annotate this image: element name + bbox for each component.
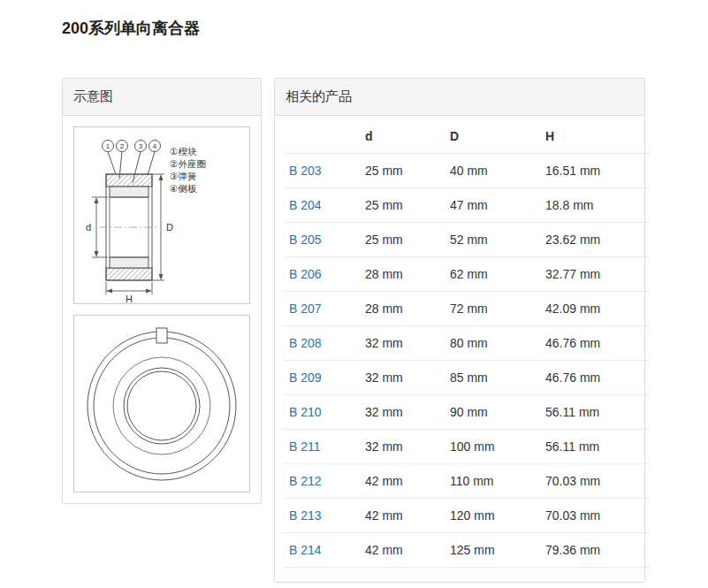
cell-d: 32 mm bbox=[360, 361, 445, 395]
cell-D: 85 mm bbox=[445, 361, 540, 395]
table-row: B 205 25 mm 52 mm 23.62 mm 0.45 KG bbox=[284, 223, 650, 257]
cell-H: 23.62 mm bbox=[540, 223, 650, 257]
cell-H: 46.76 mm bbox=[540, 326, 650, 361]
products-table: d D H m B 203 25 mm 40 mm 16.51 mm 0.23 … bbox=[284, 119, 650, 568]
dim-d-label: d bbox=[86, 222, 91, 233]
products-table-body: B 203 25 mm 40 mm 16.51 mm 0.23 KG B 204… bbox=[284, 154, 650, 568]
dim-D-label: D bbox=[166, 222, 173, 233]
table-row: B 206 28 mm 62 mm 32.77 mm 0.68 KG bbox=[284, 257, 650, 292]
svg-text:③弹簧: ③弹簧 bbox=[170, 171, 196, 181]
product-link[interactable]: B 205 bbox=[289, 233, 322, 247]
table-row: B 209 32 mm 85 mm 46.76 mm 0.95 KG bbox=[284, 361, 650, 395]
product-link[interactable]: B 203 bbox=[289, 164, 322, 178]
cell-d: 28 mm bbox=[360, 257, 445, 292]
table-header-row: d D H m bbox=[284, 119, 650, 154]
table-row: B 207 28 mm 72 mm 42.09 mm 0.8 KG bbox=[284, 292, 650, 326]
cell-D: 52 mm bbox=[445, 223, 540, 257]
cell-D: 90 mm bbox=[445, 395, 540, 430]
cell-H: 70.03 mm bbox=[540, 499, 650, 533]
schematic-panel: 示意图 bbox=[62, 78, 262, 504]
cell-H: 16.51 mm bbox=[540, 154, 650, 188]
cell-d: 25 mm bbox=[360, 188, 445, 223]
table-row: B 210 32 mm 90 mm 56.11 mm 1 KG bbox=[284, 395, 650, 430]
cell-H: 32.77 mm bbox=[540, 257, 650, 292]
table-row: B 212 42 mm 110 mm 70.03 mm 1.8 KG bbox=[284, 464, 650, 499]
products-table-wrap: d D H m B 203 25 mm 40 mm 16.51 mm 0.23 … bbox=[275, 116, 644, 582]
cell-H: 79.36 mm bbox=[540, 533, 650, 568]
cell-H: 70.03 mm bbox=[540, 464, 650, 499]
cell-model: B 210 bbox=[284, 395, 360, 430]
cell-d: 42 mm bbox=[360, 499, 445, 533]
cell-H: 42.09 mm bbox=[540, 292, 650, 326]
front-view-diagram-svg bbox=[74, 317, 249, 492]
cell-D: 72 mm bbox=[445, 292, 540, 326]
schematic-panel-header: 示意图 bbox=[63, 79, 261, 116]
page: 200系列单向离合器 示意图 bbox=[0, 0, 708, 588]
table-row: B 214 42 mm 125 mm 79.36 mm 2.4 KG bbox=[284, 533, 650, 568]
svg-text:1: 1 bbox=[106, 142, 110, 150]
cell-D: 110 mm bbox=[445, 464, 540, 499]
cell-D: 100 mm bbox=[445, 430, 540, 464]
table-row: B 208 32 mm 80 mm 46.76 mm 0.91 KG bbox=[284, 326, 650, 361]
page-title: 200系列单向离合器 bbox=[62, 18, 200, 39]
svg-text:4: 4 bbox=[153, 142, 157, 150]
cell-model: B 207 bbox=[284, 292, 360, 326]
dim-D-lines bbox=[152, 174, 164, 280]
product-link[interactable]: B 204 bbox=[289, 198, 322, 212]
product-link[interactable]: B 211 bbox=[289, 439, 321, 454]
cell-model: B 213 bbox=[284, 499, 360, 533]
cell-D: 47 mm bbox=[445, 188, 540, 223]
cell-model: B 206 bbox=[284, 257, 360, 292]
cell-d: 25 mm bbox=[360, 223, 445, 257]
col-header-H: H bbox=[540, 119, 650, 154]
product-link[interactable]: B 206 bbox=[289, 267, 322, 281]
product-link[interactable]: B 212 bbox=[289, 474, 322, 488]
front-view-figure bbox=[73, 315, 250, 493]
cell-d: 32 mm bbox=[360, 395, 445, 430]
svg-text:④侧板: ④侧板 bbox=[170, 183, 197, 194]
col-header-model bbox=[284, 119, 360, 154]
product-link[interactable]: B 207 bbox=[289, 302, 322, 316]
front-view-rings bbox=[88, 328, 236, 480]
dim-H-lines bbox=[106, 282, 152, 294]
cell-model: B 204 bbox=[284, 188, 360, 223]
cross-section-diagram-svg: 1 2 3 4 ①楔块 ②外座圈 ③弹簧 ④侧板 bbox=[74, 128, 249, 303]
cell-D: 62 mm bbox=[445, 257, 540, 292]
product-link[interactable]: B 213 bbox=[289, 508, 322, 523]
cell-model: B 212 bbox=[284, 464, 360, 499]
col-header-D: D bbox=[445, 119, 540, 154]
product-link[interactable]: B 208 bbox=[289, 336, 322, 350]
cell-model: B 214 bbox=[284, 533, 360, 568]
cell-H: 56.11 mm bbox=[540, 430, 650, 464]
cell-D: 125 mm bbox=[445, 533, 540, 568]
cell-d: 42 mm bbox=[360, 464, 445, 499]
cell-H: 18.8 mm bbox=[540, 188, 650, 223]
cell-model: B 203 bbox=[284, 154, 360, 188]
table-row: B 213 42 mm 120 mm 70.03 mm 2.3 KG bbox=[284, 499, 650, 533]
cell-model: B 211 bbox=[284, 430, 360, 464]
cell-D: 120 mm bbox=[445, 499, 540, 533]
related-products-header: 相关的产品 bbox=[275, 79, 644, 116]
product-link[interactable]: B 210 bbox=[289, 405, 322, 419]
diagram-legend: ①楔块 ②外座圈 ③弹簧 ④侧板 bbox=[170, 146, 206, 194]
cell-d: 25 mm bbox=[360, 154, 445, 188]
cell-d: 32 mm bbox=[360, 326, 445, 361]
svg-text:3: 3 bbox=[139, 142, 143, 150]
cell-model: B 209 bbox=[284, 361, 360, 395]
cross-section-figure: 1 2 3 4 ①楔块 ②外座圈 ③弹簧 ④侧板 bbox=[73, 126, 250, 304]
cell-H: 46.76 mm bbox=[540, 361, 650, 395]
product-link[interactable]: B 214 bbox=[289, 543, 322, 557]
cell-H: 56.11 mm bbox=[540, 395, 650, 430]
cell-D: 80 mm bbox=[445, 326, 540, 361]
cell-model: B 208 bbox=[284, 326, 360, 361]
related-products-panel: 相关的产品 d D H m B 203 25 mm 40 mm 16.51 mm… bbox=[274, 78, 645, 583]
cell-d: 32 mm bbox=[360, 430, 445, 464]
cell-d: 28 mm bbox=[360, 292, 445, 326]
cell-d: 42 mm bbox=[360, 533, 445, 568]
table-row: B 203 25 mm 40 mm 16.51 mm 0.23 KG bbox=[284, 154, 650, 188]
product-link[interactable]: B 209 bbox=[289, 370, 322, 385]
table-row: B 204 25 mm 47 mm 18.8 mm 0.34 KG bbox=[284, 188, 650, 223]
cell-model: B 205 bbox=[284, 223, 360, 257]
svg-text:②外座圈: ②外座圈 bbox=[170, 158, 206, 169]
svg-text:①楔块: ①楔块 bbox=[170, 146, 197, 157]
